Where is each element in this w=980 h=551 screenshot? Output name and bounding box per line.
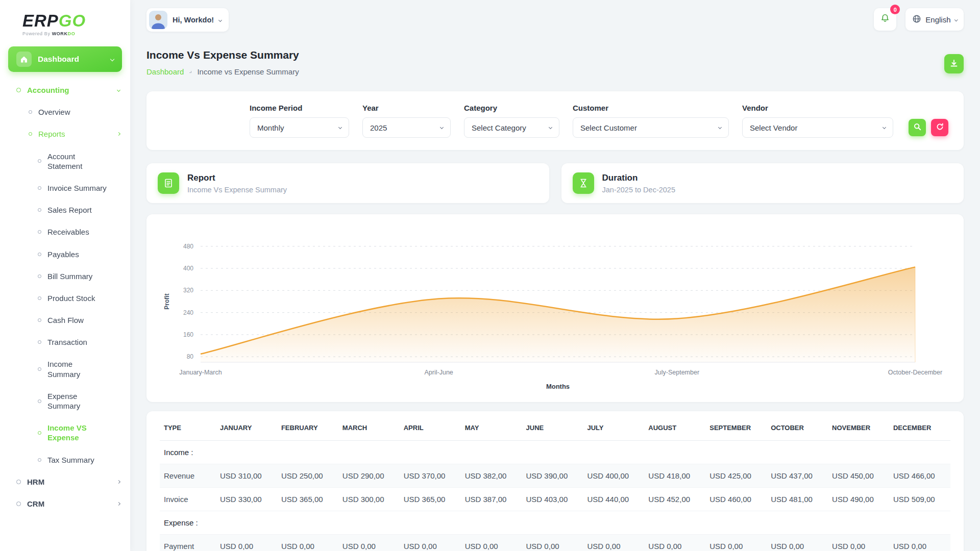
col-header-type: TYPE bbox=[160, 413, 216, 441]
col-header-june: JUNE bbox=[522, 413, 583, 441]
sidebar-item-label: HRM bbox=[27, 477, 44, 487]
customer-select[interactable]: Select Customer bbox=[573, 117, 729, 138]
breadcrumb-current: Income vs Expense Summary bbox=[197, 67, 299, 76]
cell-value: USD 390,00 bbox=[522, 464, 583, 488]
sidebar-item-bill-summary[interactable]: Bill Summary bbox=[0, 265, 130, 287]
cell-value: USD 0,00 bbox=[216, 535, 277, 551]
workdo-text: WORK bbox=[52, 31, 68, 36]
cell-value: USD 0,00 bbox=[644, 535, 705, 551]
category-select[interactable]: Select Category bbox=[464, 117, 559, 138]
report-card: Report Income Vs Expense Summary bbox=[146, 163, 549, 203]
sidebar-menu: AccountingOverviewReportsAccount Stateme… bbox=[0, 76, 130, 518]
vendor-select[interactable]: Select Vendor bbox=[742, 117, 893, 138]
circle-icon bbox=[38, 318, 41, 322]
year-select[interactable]: 2025 bbox=[362, 117, 451, 138]
sidebar-item-invoice-summary[interactable]: Invoice Summary bbox=[0, 177, 130, 199]
sidebar-item-income-summary[interactable]: Income Summary bbox=[0, 353, 130, 385]
income-period-select[interactable]: Monthly bbox=[250, 117, 349, 138]
cell-value: USD 466,00 bbox=[889, 464, 950, 488]
cell-value: USD 440,00 bbox=[583, 488, 644, 511]
chart-card: 80160240320400480January-MarchApril-June… bbox=[146, 214, 964, 402]
sidebar-item-dashboard[interactable]: Dashboard bbox=[8, 46, 122, 72]
sidebar-item-accounting[interactable]: Accounting bbox=[0, 79, 130, 101]
cell-value: USD 300,00 bbox=[338, 488, 400, 511]
cell-value: USD 437,00 bbox=[767, 464, 828, 488]
vendor-value: Select Vendor bbox=[750, 123, 797, 132]
language-selector[interactable]: English bbox=[905, 8, 964, 31]
report-card-title: Report bbox=[187, 173, 287, 183]
sidebar-item-account-statement[interactable]: Account Statement bbox=[0, 145, 130, 177]
col-header-december: DECEMBER bbox=[889, 413, 950, 441]
sidebar-item-label: Expense Summary bbox=[47, 391, 107, 411]
year-filter: Year 2025 bbox=[362, 104, 451, 138]
circle-icon bbox=[38, 253, 41, 256]
sidebar-item-expense-summary[interactable]: Expense Summary bbox=[0, 385, 130, 417]
search-icon bbox=[914, 123, 921, 132]
sidebar-item-crm[interactable]: CRM bbox=[0, 493, 130, 515]
year-label: Year bbox=[362, 104, 451, 112]
table-section-title: Expense : bbox=[160, 511, 950, 535]
hourglass-icon bbox=[573, 172, 594, 194]
search-button[interactable] bbox=[909, 119, 926, 136]
col-header-october: OCTOBER bbox=[767, 413, 828, 441]
dashboard-label: Dashboard bbox=[38, 55, 79, 64]
cell-value: USD 310,00 bbox=[216, 464, 277, 488]
cell-value: USD 400,00 bbox=[583, 464, 644, 488]
sidebar-item-hrm[interactable]: HRM bbox=[0, 471, 130, 493]
sidebar-item-income-vs-expense[interactable]: Income VS Expense bbox=[0, 417, 130, 448]
user-menu[interactable]: Hi, Workdo! bbox=[146, 8, 229, 32]
language-label: English bbox=[925, 15, 950, 24]
y-tick-label: 480 bbox=[183, 243, 193, 250]
notifications-button[interactable]: 0 bbox=[874, 8, 896, 31]
sidebar-item-product-stock[interactable]: Product Stock bbox=[0, 287, 130, 309]
customer-filter: Customer Select Customer bbox=[573, 104, 729, 138]
year-value: 2025 bbox=[370, 123, 387, 132]
cell-value: USD 0,00 bbox=[889, 535, 950, 551]
download-button[interactable] bbox=[944, 54, 964, 73]
sidebar-item-reports[interactable]: Reports bbox=[0, 123, 130, 145]
sidebar-item-tax-summary[interactable]: Tax Summary bbox=[0, 449, 130, 471]
table-row-revenue: RevenueUSD 310,00USD 250,00USD 290,00USD… bbox=[160, 464, 950, 488]
circle-icon bbox=[38, 208, 41, 212]
chevron-down-icon bbox=[883, 125, 886, 129]
cell-value: USD 330,00 bbox=[216, 488, 277, 511]
download-icon bbox=[950, 59, 958, 69]
sidebar-item-overview[interactable]: Overview bbox=[0, 101, 130, 123]
workdo-accent-text: DO bbox=[68, 31, 76, 36]
reset-button[interactable] bbox=[931, 119, 948, 136]
cell-value: USD 0,00 bbox=[338, 535, 400, 551]
cell-value: USD 481,00 bbox=[767, 488, 828, 511]
table-section-expense: Expense : bbox=[160, 511, 950, 535]
logo-text-accent: GO bbox=[59, 11, 86, 30]
category-filter: Category Select Category bbox=[464, 104, 559, 138]
sidebar-item-label: Invoice Summary bbox=[47, 183, 107, 193]
sidebar-item-receivables[interactable]: Receivables bbox=[0, 221, 130, 243]
table-section-title: Income : bbox=[160, 441, 950, 464]
sidebar-item-cash-flow[interactable]: Cash Flow bbox=[0, 309, 130, 331]
cell-value: USD 0,00 bbox=[461, 535, 522, 551]
refresh-icon bbox=[936, 123, 944, 132]
chevron-right-icon bbox=[117, 502, 120, 506]
sidebar-item-sales-report[interactable]: Sales Report bbox=[0, 199, 130, 221]
sidebar-item-label: Reports bbox=[38, 129, 65, 139]
filter-card: Income Period Monthly Year 2025 Category… bbox=[146, 91, 964, 150]
sidebar-item-label: Income Summary bbox=[47, 359, 107, 379]
sidebar-item-label: Sales Report bbox=[47, 205, 92, 215]
breadcrumb-dashboard-link[interactable]: Dashboard bbox=[146, 67, 184, 76]
sidebar-item-label: Payables bbox=[47, 249, 79, 259]
chevron-down-icon bbox=[338, 125, 342, 129]
col-header-may: MAY bbox=[461, 413, 522, 441]
col-header-april: APRIL bbox=[400, 413, 461, 441]
breadcrumb: Dashboard Income vs Expense Summary bbox=[146, 67, 299, 76]
sidebar-item-payables[interactable]: Payables bbox=[0, 243, 130, 265]
sidebar-item-transaction[interactable]: Transaction bbox=[0, 331, 130, 353]
cell-value: USD 0,00 bbox=[522, 535, 583, 551]
x-axis-title: Months bbox=[546, 383, 570, 390]
table-row-invoice: InvoiceUSD 330,00USD 365,00USD 300,00USD… bbox=[160, 488, 950, 511]
vendor-filter: Vendor Select Vendor bbox=[742, 104, 893, 138]
app-logo: ERPGO Powered By WORKDO bbox=[0, 0, 130, 40]
powered-by-text: Powered By bbox=[22, 31, 51, 36]
category-label: Category bbox=[464, 104, 559, 112]
cell-value: USD 0,00 bbox=[828, 535, 889, 551]
circle-icon bbox=[38, 431, 41, 435]
